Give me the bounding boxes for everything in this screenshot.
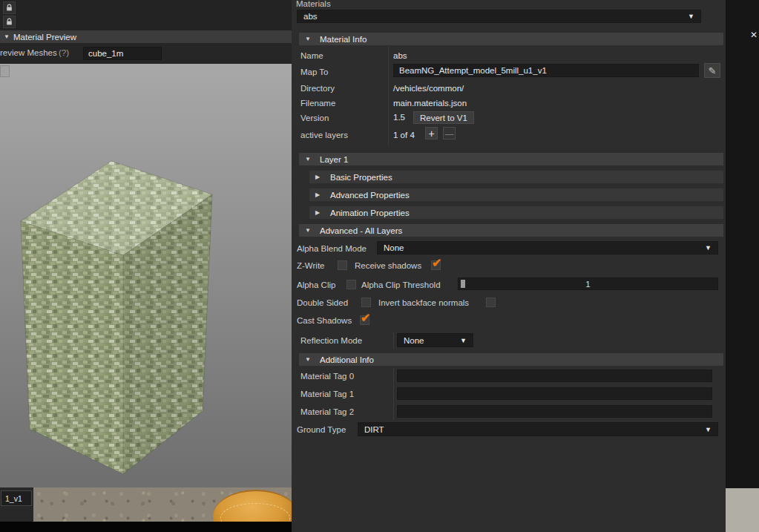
material-tag2-input[interactable] — [397, 405, 712, 418]
preview-mesh-value: cube_1m — [88, 49, 123, 58]
lock-alt-button[interactable] — [3, 16, 16, 28]
reflection-mode-dropdown[interactable]: None ▼ — [397, 333, 473, 347]
name-value: abs — [393, 49, 407, 62]
receive-shadows-label: Receive shadows — [355, 259, 421, 272]
additional-info-title: Additional Info — [320, 355, 374, 364]
alpha-blend-label: Alpha Blend Mode — [297, 242, 367, 255]
material-preview-header[interactable]: ▼ Material Preview — [0, 30, 292, 43]
check-icon: ✔ — [361, 311, 370, 325]
double-sided-checkbox[interactable] — [361, 298, 371, 307]
bowl-rim-detail — [220, 503, 290, 522]
ground-type-dropdown[interactable]: DIRT ▼ — [358, 422, 718, 436]
preview-cube — [0, 64, 292, 487]
advanced-all-layers-header[interactable]: ▼ Advanced - All Layers — [299, 224, 723, 237]
mapto-field[interactable]: BeamNG_Attempt_model_5mill_u1_v1 — [393, 64, 699, 77]
expand-triangle-icon: ▶ — [315, 209, 330, 216]
directory-value: /vehicles/common/ — [393, 82, 464, 95]
filename-label: Filename — [300, 96, 335, 110]
material-tag1-input[interactable] — [397, 387, 712, 400]
materials-dropdown[interactable]: abs ▼ — [297, 10, 701, 23]
expand-triangle-icon: ▶ — [315, 191, 330, 198]
material-editor-panel: Materials abs ▼ ▼ Material Info Name abs… — [292, 0, 726, 532]
material-tag1-label: Material Tag 1 — [300, 387, 354, 401]
invert-backface-label: Invert backface normals — [378, 296, 469, 309]
viewport-tool-chip[interactable] — [0, 65, 10, 77]
material-info-title: Material Info — [320, 35, 367, 44]
layer1-header[interactable]: ▼ Layer 1 — [299, 153, 723, 165]
material-tag2-label: Material Tag 2 — [300, 405, 354, 418]
revert-button-label: Revert to V1 — [420, 114, 467, 122]
advanced-all-layers-title: Advanced - All Layers — [320, 226, 402, 235]
materials-selected-value: abs — [303, 12, 318, 21]
layer1-title: Layer 1 — [320, 155, 348, 164]
expand-triangle-icon: ▶ — [315, 174, 330, 180]
animation-properties-title: Animation Properties — [330, 208, 410, 217]
dropdown-arrow-icon: ▼ — [705, 426, 712, 433]
version-label: Version — [300, 111, 329, 125]
scene-right-corner — [726, 488, 759, 532]
plus-icon: + — [428, 128, 434, 139]
dropdown-arrow-icon: ▼ — [688, 13, 694, 20]
preview-mesh-select[interactable]: cube_1m — [83, 47, 162, 60]
alpha-clip-threshold-label: Alpha Clip Threshold — [361, 278, 441, 292]
dropdown-arrow-icon: ▼ — [705, 244, 712, 252]
alpha-blend-value: None — [384, 243, 404, 252]
filename-value: main.materials.json — [393, 96, 467, 110]
name-label: Name — [300, 49, 323, 62]
right-strip: ✕ — [726, 0, 759, 532]
material-tag0-label: Material Tag 0 — [300, 370, 354, 383]
mapto-value: BeamNG_Attempt_model_5mill_u1_v1 — [399, 66, 547, 75]
alpha-clip-checkbox[interactable] — [346, 280, 356, 289]
map-picker-button[interactable]: ✎ — [704, 63, 720, 78]
preview-meshes-row: review Meshes (?) cube_1m — [0, 43, 292, 64]
revert-button[interactable]: Revert to V1 — [413, 111, 474, 124]
advanced-properties-title: Advanced Properties — [330, 191, 410, 200]
reflection-mode-label: Reflection Mode — [300, 334, 362, 347]
slider-handle[interactable] — [461, 280, 465, 288]
cast-shadows-checkbox[interactable]: ✔ — [360, 315, 369, 325]
materials-label: Materials — [296, 0, 331, 10]
preview-viewport[interactable] — [0, 64, 292, 487]
basic-properties-header[interactable]: ▶ Basic Properties — [309, 171, 723, 183]
close-icon[interactable]: ✕ — [750, 30, 758, 40]
double-sided-label: Double Sided — [297, 296, 348, 309]
scene-tab[interactable]: 1_v1 — [1, 490, 32, 506]
collapse-triangle-icon: ▼ — [305, 156, 320, 162]
lock-button[interactable] — [3, 1, 16, 14]
active-layers-label: active layers — [300, 128, 348, 142]
alpha-clip-threshold-slider[interactable]: 1 — [458, 278, 718, 290]
help-icon[interactable]: (?) — [59, 48, 69, 57]
collapse-triangle-icon: ▼ — [4, 33, 13, 40]
remove-layer-button[interactable]: — — [443, 127, 456, 139]
version-value: 1.5 — [393, 111, 405, 124]
scene-background — [0, 487, 292, 522]
slider-value: 1 — [585, 280, 590, 289]
mapto-label: Map To — [300, 65, 329, 79]
left-toolbar — [0, 0, 292, 30]
info-divider — [388, 46, 389, 145]
cast-shadows-label: Cast Shadows — [297, 314, 352, 327]
z-write-label: Z-Write — [297, 259, 324, 272]
alpha-blend-dropdown[interactable]: None ▼ — [377, 241, 718, 254]
material-tag0-input[interactable] — [397, 370, 712, 382]
material-preview-title: Material Preview — [13, 33, 76, 42]
check-icon: ✔ — [432, 256, 441, 270]
active-layers-value: 1 of 4 — [393, 128, 415, 142]
advanced-properties-header[interactable]: ▶ Advanced Properties — [309, 188, 723, 201]
animation-properties-header[interactable]: ▶ Animation Properties — [309, 206, 723, 219]
receive-shadows-checkbox[interactable]: ✔ — [431, 260, 441, 270]
invert-backface-checkbox[interactable] — [486, 298, 496, 307]
minus-icon: — — [445, 129, 454, 138]
tags-divider — [393, 368, 394, 420]
collapse-triangle-icon: ▼ — [305, 36, 320, 42]
lock-icon — [5, 4, 13, 12]
material-info-header[interactable]: ▼ Material Info — [299, 33, 723, 45]
additional-info-header[interactable]: ▼ Additional Info — [299, 353, 723, 366]
z-write-checkbox[interactable] — [338, 260, 347, 270]
scene-tab-label: 1_v1 — [5, 494, 22, 503]
add-layer-button[interactable]: + — [425, 127, 438, 139]
dropdown-arrow-icon: ▼ — [460, 337, 467, 344]
scene-left-panel: 1_v1 — [0, 487, 33, 522]
lock-icon — [5, 18, 13, 26]
collapse-triangle-icon: ▼ — [305, 227, 320, 234]
